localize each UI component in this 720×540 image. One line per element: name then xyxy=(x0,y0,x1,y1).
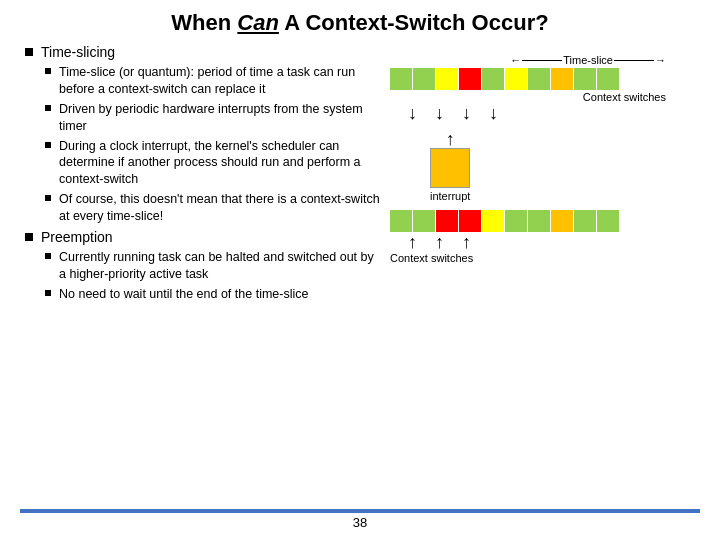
block-b1 xyxy=(390,210,412,232)
block-g4 xyxy=(528,68,550,90)
block-y2 xyxy=(505,68,527,90)
right-arrow-ts: → xyxy=(655,54,666,66)
section1-bullet xyxy=(25,48,33,56)
block-b3 xyxy=(436,210,458,232)
up-arrow-b1: ↑ xyxy=(408,233,417,251)
s2-text2: No need to wait until the end of the tim… xyxy=(59,286,308,303)
block-b5 xyxy=(482,210,504,232)
text-column: Time-slicing Time-slice (or quantum): pe… xyxy=(20,44,380,505)
slide-title: When Can A Context-Switch Occur? xyxy=(20,10,700,36)
s1-text1: Time-slice (or quantum): period of time … xyxy=(59,64,380,98)
section1-item1: Time-slice (or quantum): period of time … xyxy=(45,64,380,98)
block-g6 xyxy=(597,68,619,90)
block-g3 xyxy=(482,68,504,90)
block-g1 xyxy=(390,68,412,90)
section1-subitems: Time-slice (or quantum): period of time … xyxy=(45,64,380,225)
section2-subitems: Currently running task can be halted and… xyxy=(45,249,380,303)
s1-bullet2 xyxy=(45,105,51,111)
s1-text4: Of course, this doesn't mean that there … xyxy=(59,191,380,225)
up-arrow-b3: ↑ xyxy=(462,233,471,251)
interrupt-block xyxy=(430,148,470,188)
section2-label: Preemption xyxy=(41,229,113,245)
block-b4 xyxy=(459,210,481,232)
block-b9 xyxy=(574,210,596,232)
down-arrow2: ↓ xyxy=(435,104,444,122)
s1-text3: During a clock interrupt, the kernel's s… xyxy=(59,138,380,189)
section1-header: Time-slicing xyxy=(25,44,380,60)
blocks-row-bottom xyxy=(390,210,670,232)
down-arrow3: ↓ xyxy=(462,104,471,122)
block-b7 xyxy=(528,210,550,232)
slide: When Can A Context-Switch Occur? Time-sl… xyxy=(0,0,720,540)
block-o1 xyxy=(551,68,573,90)
section2-item1: Currently running task can be halted and… xyxy=(45,249,380,283)
bottom-bar xyxy=(20,509,700,513)
diagram-top: ← Time-slice → xyxy=(390,54,670,122)
diagram-bottom: ↑ ↑ ↑ Context switches xyxy=(390,210,670,264)
context-switches-label2: Context switches xyxy=(390,252,473,264)
down-arrow1: ↓ xyxy=(408,104,417,122)
content-area: Time-slicing Time-slice (or quantum): pe… xyxy=(20,44,700,505)
section2-bullet xyxy=(25,233,33,241)
block-b10 xyxy=(597,210,619,232)
interrupt-diagram: ↑ interrupt xyxy=(430,130,470,202)
section1-item4: Of course, this doesn't mean that there … xyxy=(45,191,380,225)
block-b8 xyxy=(551,210,573,232)
s2-bullet1 xyxy=(45,253,51,259)
block-b6 xyxy=(505,210,527,232)
section1-item2: Driven by periodic hardware interrupts f… xyxy=(45,101,380,135)
left-arrow-ts: ← xyxy=(510,54,521,66)
down-arrow4: ↓ xyxy=(489,104,498,122)
section2-item2: No need to wait until the end of the tim… xyxy=(45,286,380,303)
timeslice-label: Time-slice xyxy=(563,54,613,66)
block-g2 xyxy=(413,68,435,90)
context-switches-label1: Context switches xyxy=(583,91,666,103)
s2-text1: Currently running task can be halted and… xyxy=(59,249,380,283)
s1-bullet1 xyxy=(45,68,51,74)
page-number: 38 xyxy=(20,515,700,530)
block-r1 xyxy=(459,68,481,90)
s1-bullet4 xyxy=(45,195,51,201)
section1-item3: During a clock interrupt, the kernel's s… xyxy=(45,138,380,189)
block-g5 xyxy=(574,68,596,90)
interrupt-label: interrupt xyxy=(430,190,470,202)
up-arrow-b2: ↑ xyxy=(435,233,444,251)
block-b2 xyxy=(413,210,435,232)
section1-label: Time-slicing xyxy=(41,44,115,60)
section2-header: Preemption xyxy=(25,229,380,245)
s1-text2: Driven by periodic hardware interrupts f… xyxy=(59,101,380,135)
s2-bullet2 xyxy=(45,290,51,296)
block-y1 xyxy=(436,68,458,90)
diagram-column: ← Time-slice → xyxy=(390,44,700,505)
blocks-row-top xyxy=(390,68,670,90)
up-arrow-interrupt: ↑ xyxy=(446,130,455,148)
s1-bullet3 xyxy=(45,142,51,148)
